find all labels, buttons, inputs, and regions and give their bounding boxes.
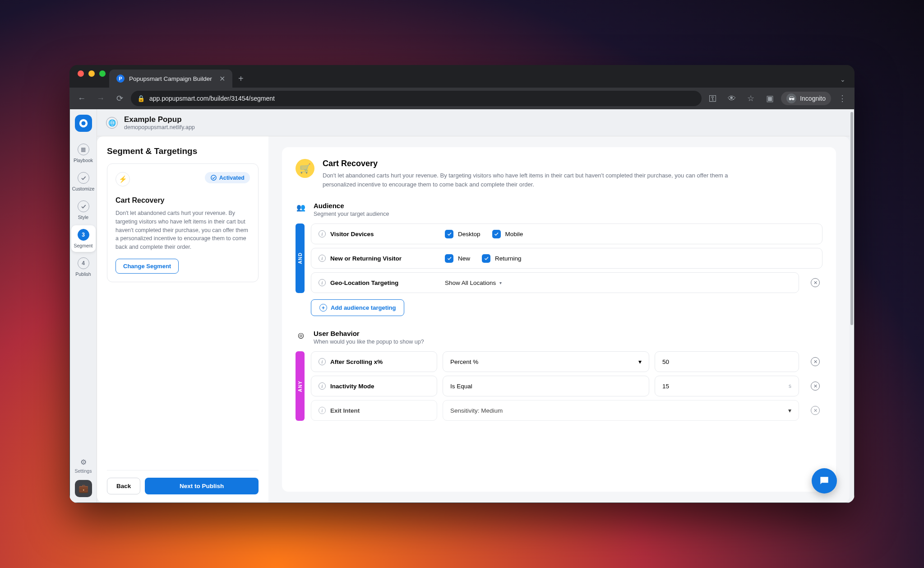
key-icon[interactable]: ⚿ <box>705 91 721 106</box>
browser-toolbar: ← → ⟳ 🔒 app.popupsmart.com/builder/31454… <box>69 88 855 109</box>
checkbox-new[interactable]: New <box>445 254 470 263</box>
content-scrollbar[interactable] <box>850 109 854 503</box>
rail-briefcase[interactable]: 💼 <box>75 480 92 497</box>
logic-any-tag: ANY <box>296 351 305 421</box>
brand-logo[interactable] <box>75 115 92 132</box>
behavior-section: ◎ User Behavior When would you like the … <box>296 330 822 421</box>
rule-row-inactivity: iInactivity Mode <box>311 376 437 396</box>
active-segment-card: Activated ⚡ Cart Recovery Don't let aban… <box>107 163 259 282</box>
audience-title: Audience <box>314 202 389 210</box>
hero-title: Cart Recovery <box>323 159 756 168</box>
checkbox-desktop[interactable]: Desktop <box>445 230 480 238</box>
scroll-mode-select[interactable]: Percent %▾ <box>443 351 649 372</box>
segment-settings-card: 🛒 Cart Recovery Don't let abandoned cart… <box>282 147 836 492</box>
next-button[interactable]: Next to Publish <box>145 478 259 494</box>
segment-main-pane: 🛒 Cart Recovery Don't let abandoned cart… <box>268 136 850 503</box>
rail-step-segment[interactable]: 3 Segment <box>71 225 96 252</box>
chevron-down-icon: ▾ <box>638 358 642 365</box>
info-icon[interactable]: i <box>319 382 326 390</box>
tab-title: Popupsmart Campaign Builder <box>129 75 212 82</box>
remove-rule-button[interactable]: ✕ <box>811 357 820 366</box>
info-icon[interactable]: i <box>319 230 326 237</box>
inactivity-mode-select[interactable]: Is Equal <box>443 376 649 396</box>
audience-section: 👥 Audience Segment your target audience … <box>296 202 822 316</box>
nav-forward-button: → <box>93 91 108 106</box>
svg-point-1 <box>81 121 85 125</box>
kebab-menu-icon[interactable]: ⋮ <box>835 91 850 106</box>
geo-select[interactable]: Show All Locations▾ <box>445 279 502 286</box>
nav-back-button[interactable]: ← <box>74 91 89 106</box>
gear-icon: ⚙ <box>80 458 87 466</box>
left-rail: ▦ Playbook Customize Style 3 Segment 4 P… <box>70 109 97 503</box>
window-controls <box>74 65 109 88</box>
behavior-subtitle: When would you like the popup to show up… <box>314 339 424 345</box>
campaign-domain: demopopupsmart.netlify.app <box>124 124 195 130</box>
back-button[interactable]: Back <box>107 478 140 494</box>
browser-tab[interactable]: P Popupsmart Campaign Builder ✕ <box>109 70 232 88</box>
step-number: 3 <box>78 229 89 241</box>
cursor-target-icon: ◎ <box>296 330 306 340</box>
briefcase-icon: 💼 <box>79 484 88 494</box>
plus-circle-icon: + <box>319 304 327 312</box>
rail-step-playbook[interactable]: ▦ Playbook <box>71 140 96 167</box>
chevron-down-icon: ▾ <box>788 407 791 414</box>
remove-rule-button[interactable]: ✕ <box>811 382 820 391</box>
grid-icon: ▦ <box>78 144 89 155</box>
remove-rule-button[interactable]: ✕ <box>811 406 820 415</box>
side-footer: Back Next to Publish <box>107 470 259 494</box>
address-bar[interactable]: 🔒 app.popupsmart.com/builder/31454/segme… <box>131 91 702 106</box>
info-icon[interactable]: i <box>319 407 326 414</box>
hero-description: Don't let abandoned carts hurt your reve… <box>323 171 756 189</box>
incognito-chip[interactable]: 🕶 Incognito <box>781 92 831 105</box>
add-audience-button[interactable]: +Add audience targeting <box>311 299 404 316</box>
audience-subtitle: Segment your target audience <box>314 211 389 217</box>
rule-row-new-returning: iNew or Returning Visitor New Returning <box>311 248 822 269</box>
people-icon: 👥 <box>296 202 306 213</box>
browser-window: P Popupsmart Campaign Builder ✕ + ⌄ ← → … <box>69 65 855 503</box>
close-window-icon[interactable] <box>78 70 84 77</box>
bookmark-star-icon[interactable]: ☆ <box>743 91 758 106</box>
eye-off-icon[interactable]: 👁 <box>724 91 739 106</box>
globe-icon: 🌐 <box>106 117 118 129</box>
hero-header: 🛒 Cart Recovery Don't let abandoned cart… <box>296 159 822 189</box>
minimize-window-icon[interactable] <box>88 70 95 77</box>
tab-close-icon[interactable]: ✕ <box>217 74 225 83</box>
incognito-label: Incognito <box>800 95 826 102</box>
status-badge: Activated <box>205 172 250 183</box>
cart-icon: 🛒 <box>296 159 314 178</box>
scroll-value-input[interactable]: 50 <box>655 351 799 372</box>
rail-step-customize[interactable]: Customize <box>71 168 96 195</box>
card-title: Cart Recovery <box>116 196 250 205</box>
nav-reload-button[interactable]: ⟳ <box>112 91 127 106</box>
behavior-title: User Behavior <box>314 330 424 337</box>
app-body: 🌐 Example Popup demopopupsmart.netlify.a… <box>97 109 850 503</box>
rule-row-exit-intent: iExit Intent <box>311 400 437 421</box>
rail-settings[interactable]: ⚙ Settings <box>74 458 93 474</box>
rail-step-style[interactable]: Style <box>71 197 96 223</box>
bolt-icon: ⚡ <box>116 172 130 186</box>
remove-rule-button[interactable]: ✕ <box>811 278 820 287</box>
segment-side-panel: Segment & Targetings Activated ⚡ Cart Re… <box>97 136 268 503</box>
lock-icon: 🔒 <box>137 95 145 102</box>
inactivity-value-input[interactable]: 15s <box>655 376 799 396</box>
change-segment-button[interactable]: Change Segment <box>116 259 179 274</box>
url-text: app.popupsmart.com/builder/31454/segment <box>149 95 275 102</box>
rule-row-geo: iGeo-Location Targeting Show All Locatio… <box>311 272 799 293</box>
checkbox-mobile[interactable]: Mobile <box>492 230 523 238</box>
tabs-overflow-icon[interactable]: ⌄ <box>840 76 845 83</box>
info-icon[interactable]: i <box>319 279 326 286</box>
card-description: Don't let abandoned carts hurt your reve… <box>116 209 250 251</box>
rule-row-devices: iVisitor Devices Desktop Mobile <box>311 223 822 244</box>
maximize-window-icon[interactable] <box>99 70 106 77</box>
info-icon[interactable]: i <box>319 255 326 262</box>
app-frame: ▦ Playbook Customize Style 3 Segment 4 P… <box>69 109 855 503</box>
chat-fab[interactable] <box>812 468 837 494</box>
incognito-icon: 🕶 <box>786 93 796 103</box>
info-icon[interactable]: i <box>319 358 326 365</box>
new-tab-button[interactable]: + <box>233 71 249 86</box>
panel-icon[interactable]: ▣ <box>762 91 777 106</box>
check-icon <box>78 200 89 212</box>
checkbox-returning[interactable]: Returning <box>482 254 522 263</box>
rail-step-publish[interactable]: 4 Publish <box>71 254 96 280</box>
exit-sensitivity-select[interactable]: Sensitivity: Medium▾ <box>443 400 799 421</box>
